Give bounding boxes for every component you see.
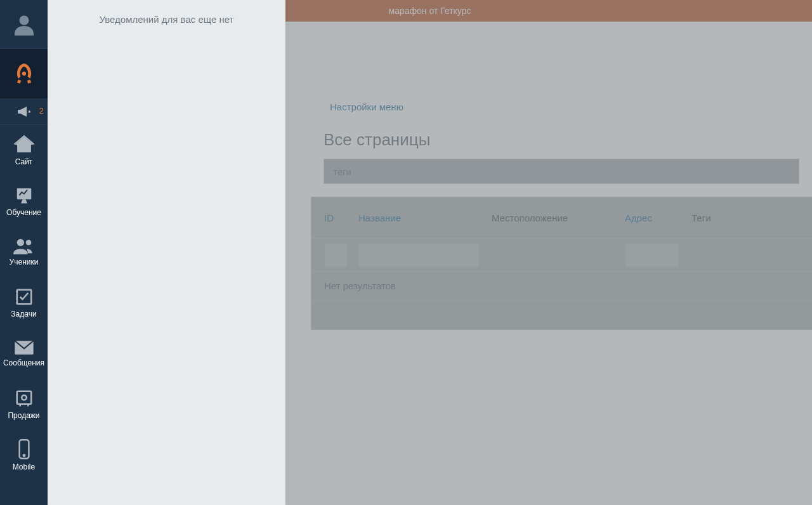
notifications-panel: Уведомлений для вас еще нет <box>48 0 285 505</box>
svg-point-0 <box>19 16 29 25</box>
svg-point-2 <box>16 239 23 246</box>
sidebar-item-students[interactable]: Ученики <box>0 226 48 277</box>
sidebar-item-label: Ученики <box>10 258 39 266</box>
sidebar-item-tasks[interactable]: Задачи <box>0 277 48 328</box>
house-icon <box>13 135 35 154</box>
sidebar-item-training[interactable]: Обучение <box>0 176 48 226</box>
sidebar-item-messages[interactable]: Сообщения <box>0 328 48 379</box>
sidebar: 2 Сайт Обучение Ученики Задачи Сообщения <box>0 0 48 505</box>
sidebar-item-label: Mobile <box>13 463 35 471</box>
sidebar-profile[interactable] <box>0 0 48 49</box>
notifications-empty-text: Уведомлений для вас еще нет <box>48 0 285 39</box>
sidebar-megaphone[interactable]: 2 <box>0 98 48 125</box>
rocket-icon <box>12 62 36 86</box>
sidebar-item-label: Сайт <box>15 158 33 166</box>
megaphone-icon <box>16 105 32 118</box>
check-square-icon <box>15 287 34 306</box>
sidebar-item-label: Задачи <box>11 310 36 318</box>
users-icon <box>13 238 35 254</box>
envelope-icon <box>14 340 34 355</box>
sidebar-item-label: Обучение <box>6 209 41 216</box>
svg-point-9 <box>23 455 24 456</box>
svg-point-7 <box>22 395 27 400</box>
mobile-icon <box>17 439 31 459</box>
svg-rect-6 <box>16 391 31 404</box>
sidebar-rocket[interactable] <box>0 49 48 98</box>
safe-icon <box>15 389 34 408</box>
sidebar-item-mobile[interactable]: Mobile <box>0 430 48 480</box>
chart-board-icon <box>15 186 34 205</box>
user-icon <box>13 13 36 36</box>
sidebar-item-site[interactable]: Сайт <box>0 125 48 176</box>
svg-point-3 <box>25 240 31 246</box>
sidebar-item-label: Продажи <box>8 412 39 419</box>
megaphone-badge: 2 <box>39 106 44 115</box>
sidebar-item-sales[interactable]: Продажи <box>0 379 48 430</box>
sidebar-item-label: Сообщения <box>3 359 44 367</box>
